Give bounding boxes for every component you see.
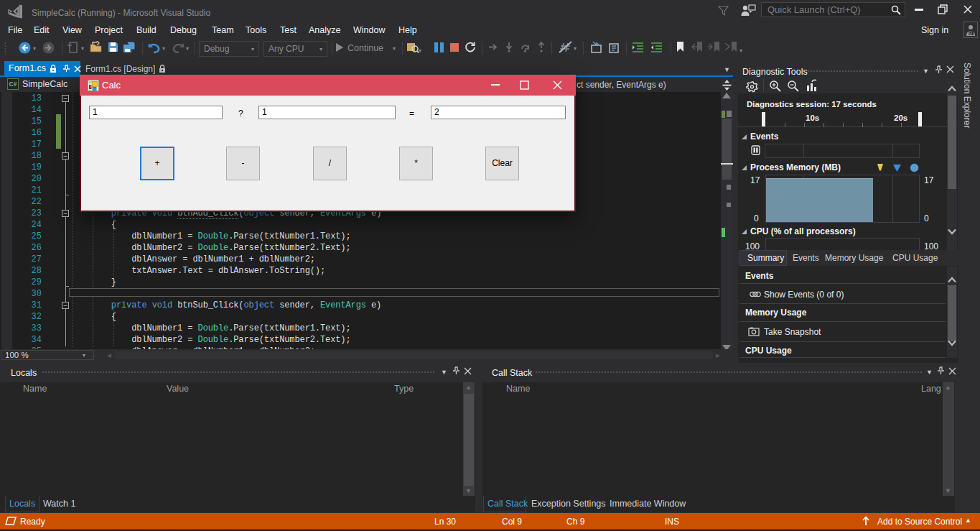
svg-text:M: M xyxy=(969,32,972,36)
